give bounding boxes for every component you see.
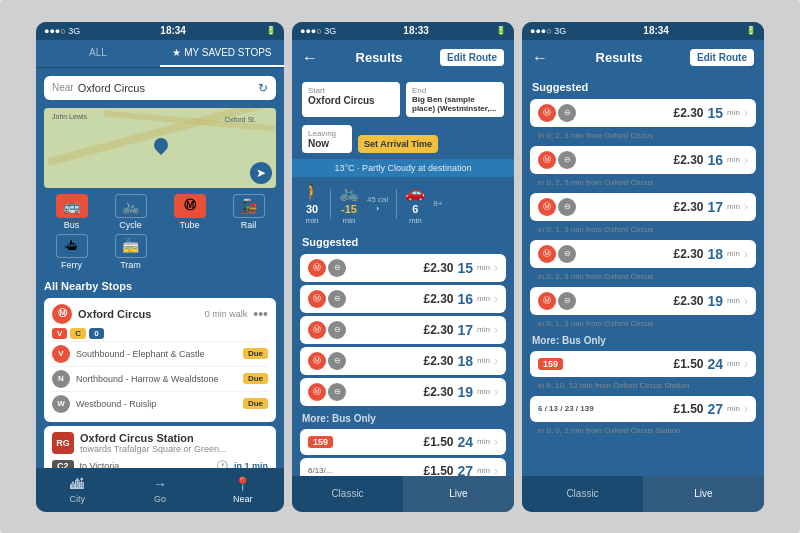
status-bar-3: ●●●○ 3G 18:34 🔋 [522, 22, 764, 40]
transport-bus[interactable]: 🚌 Bus [44, 194, 99, 230]
rail-icon: 🚂 [233, 194, 265, 218]
transport-grid: 🚌 Bus 🚲 Cycle Ⓜ Tube 🚂 Rail ⛴ Ferry 🚋 [36, 188, 284, 276]
header-3: ← Results Edit Route [522, 40, 764, 76]
route-card-2-3[interactable]: Ⓜ ⊖ £2.30 17 min › [300, 316, 506, 344]
nav-button[interactable]: ➤ [250, 162, 272, 184]
signal-3: ●●●○ 3G [530, 26, 566, 36]
more-title-3: More: Bus Only [522, 331, 764, 348]
transport-tram[interactable]: 🚋 Tram [103, 234, 158, 270]
route-card-3-5[interactable]: Ⓜ ⊖ £2.30 19 min › [530, 287, 756, 315]
route-card-2-4[interactable]: Ⓜ ⊖ £2.30 18 min › [300, 347, 506, 375]
stop-line-1: V Southbound - Elephant & Castle Due [52, 341, 268, 366]
tab-live-2[interactable]: Live [403, 476, 514, 512]
route-info: Start Oxford Circus End Big Ben (sample … [292, 76, 514, 123]
battery-2: 🔋 [496, 26, 506, 35]
stop-card-oxford[interactable]: Ⓜ Oxford Circus 0 min walk ••• V C 0 V S… [44, 298, 276, 422]
back-button-2[interactable]: ← [302, 49, 318, 67]
map-area: John Lewis Oxford St. ➤ [44, 108, 276, 188]
route-card-2-5[interactable]: Ⓜ ⊖ £2.30 19 min › [300, 378, 506, 406]
stop-line-3: W Westbound - Ruislip Due [52, 391, 268, 416]
battery-3: 🔋 [746, 26, 756, 35]
transport-tube[interactable]: Ⓜ Tube [162, 194, 217, 230]
tab-all[interactable]: ALL [36, 40, 160, 67]
sub-info-3-3: in 0, 1, 3 min from Oxford Circus [530, 224, 756, 237]
time-3: 18:34 [643, 25, 669, 36]
stat-drive: 🚗 6 min [405, 183, 425, 225]
ferry-icon: ⛴ [56, 234, 88, 258]
header-2: ← Results Edit Route [292, 40, 514, 76]
from-field: Start Oxford Circus [302, 82, 400, 117]
leaving-row: Leaving Now Set Arrival Time [292, 123, 514, 159]
time-2: 18:33 [403, 25, 429, 36]
bottom-tabs-2: Classic Live [292, 476, 514, 512]
stat-walk: 🚶 30 min [302, 183, 322, 225]
edit-route-button-3[interactable]: Edit Route [690, 49, 754, 66]
back-button-3[interactable]: ← [532, 49, 548, 67]
screen-1: ●●●○ 3G 18:34 🔋 ALL ★ MY SAVED STOPS Nea… [36, 22, 284, 512]
bottom-tab-city[interactable]: 🏙 City [36, 468, 119, 512]
bottom-tab-go[interactable]: → Go [119, 468, 202, 512]
app-container: ●●●○ 3G 18:34 🔋 ALL ★ MY SAVED STOPS Nea… [0, 0, 800, 533]
route-card-2-1[interactable]: Ⓜ ⊖ £2.30 15 min › [300, 254, 506, 282]
refresh-icon[interactable]: ↻ [258, 81, 268, 95]
battery-1: 🔋 [266, 26, 276, 35]
to-field: End Big Ben (sample place) (Westminster,… [406, 82, 504, 117]
bus-card-3-2[interactable]: 6 / 13 / 23 / 139 £1.50 27 min › [530, 396, 756, 422]
journey-stats: 🚶 30 min 🚲 -15 min 45 cal› 🚗 6 min 8+ [292, 177, 514, 231]
more-title-2: More: Bus Only [292, 409, 514, 426]
route-card-3-1[interactable]: Ⓜ ⊖ £2.30 15 min › [530, 99, 756, 127]
time-1: 18:34 [160, 25, 186, 36]
bus-sub-3-2: in 0, 0, 2 min from Oxford Circus Statio… [530, 425, 756, 438]
bottom-tabs-1: 🏙 City → Go 📍 Near [36, 468, 284, 512]
search-bar[interactable]: Near Oxford Circus ↻ [44, 76, 276, 100]
transport-cycle[interactable]: 🚲 Cycle [103, 194, 158, 230]
bus-icon: 🚌 [56, 194, 88, 218]
route-card-3-2[interactable]: Ⓜ ⊖ £2.30 16 min › [530, 146, 756, 174]
bus-sub-3-1: in 6, 10, 12 min from Oxford Circus Stat… [530, 380, 756, 393]
tube-stop-icon: Ⓜ [52, 304, 72, 324]
tram-icon: 🚋 [115, 234, 147, 258]
route-card-3-4[interactable]: Ⓜ ⊖ £2.30 18 min › [530, 240, 756, 268]
tab-saved-stops[interactable]: ★ MY SAVED STOPS [160, 40, 284, 67]
suggested-title-2: Suggested [292, 231, 514, 251]
stop-badges: V C 0 [52, 328, 268, 339]
bottom-tabs-3: Classic Live [522, 476, 764, 512]
more-dots[interactable]: ••• [253, 306, 268, 322]
bus-card-3-1[interactable]: 159 £1.50 24 min › [530, 351, 756, 377]
station-header: RG Oxford Circus Station towards Trafalg… [52, 432, 268, 454]
stop-header: Ⓜ Oxford Circus 0 min walk ••• [52, 304, 268, 324]
tab-classic-2[interactable]: Classic [292, 476, 403, 512]
routes-list-3: Ⓜ ⊖ £2.30 15 min › in 0, 2, 3 min from O… [522, 96, 764, 331]
screen-3: ●●●○ 3G 18:34 🔋 ← Results Edit Route Sug… [522, 22, 764, 512]
transport-rail[interactable]: 🚂 Rail [221, 194, 276, 230]
tab-live-3[interactable]: Live [643, 476, 764, 512]
weather-bar: 13°C · Partly Cloudy at destination [292, 159, 514, 177]
stat-cycle: 🚲 -15 min [339, 183, 359, 225]
sub-info-3-2: in 0, 2, 5 min from Oxford Circus [530, 177, 756, 190]
section-title: All Nearby Stops [36, 276, 284, 294]
cycle-icon: 🚲 [115, 194, 147, 218]
routes-list-2: Ⓜ ⊖ £2.30 15 min › Ⓜ ⊖ £2.30 16 min › [292, 251, 514, 409]
transport-ferry[interactable]: ⛴ Ferry [44, 234, 99, 270]
signal-2: ●●●○ 3G [300, 26, 336, 36]
route-card-2-2[interactable]: Ⓜ ⊖ £2.30 16 min › [300, 285, 506, 313]
bottom-tab-near[interactable]: 📍 Near [201, 468, 284, 512]
tube-icon: Ⓜ [174, 194, 206, 218]
tab-classic-3[interactable]: Classic [522, 476, 643, 512]
status-bar-2: ●●●○ 3G 18:33 🔋 [292, 22, 514, 40]
sub-info-3-4: in 0, 2, 3 min from Oxford Circus [530, 271, 756, 284]
signal-1: ●●●○ 3G [44, 26, 80, 36]
leaving-field: Leaving Now [302, 125, 352, 153]
header-title-3: Results [556, 50, 682, 65]
stop-line-2: N Northbound - Harrow & Wealdstone Due [52, 366, 268, 391]
suggested-title-3: Suggested [522, 76, 764, 96]
screen-2: ●●●○ 3G 18:33 🔋 ← Results Edit Route Sta… [292, 22, 514, 512]
route-card-3-3[interactable]: Ⓜ ⊖ £2.30 17 min › [530, 193, 756, 221]
bus-route-card-2-1[interactable]: 159 £1.50 24 min › [300, 429, 506, 455]
top-tabs-1: ALL ★ MY SAVED STOPS [36, 40, 284, 68]
sub-info-3-1: in 0, 2, 3 min from Oxford Circus [530, 130, 756, 143]
set-arrival-button[interactable]: Set Arrival Time [358, 135, 438, 153]
station-icon: RG [52, 432, 74, 454]
status-bar-1: ●●●○ 3G 18:34 🔋 [36, 22, 284, 40]
edit-route-button-2[interactable]: Edit Route [440, 49, 504, 66]
